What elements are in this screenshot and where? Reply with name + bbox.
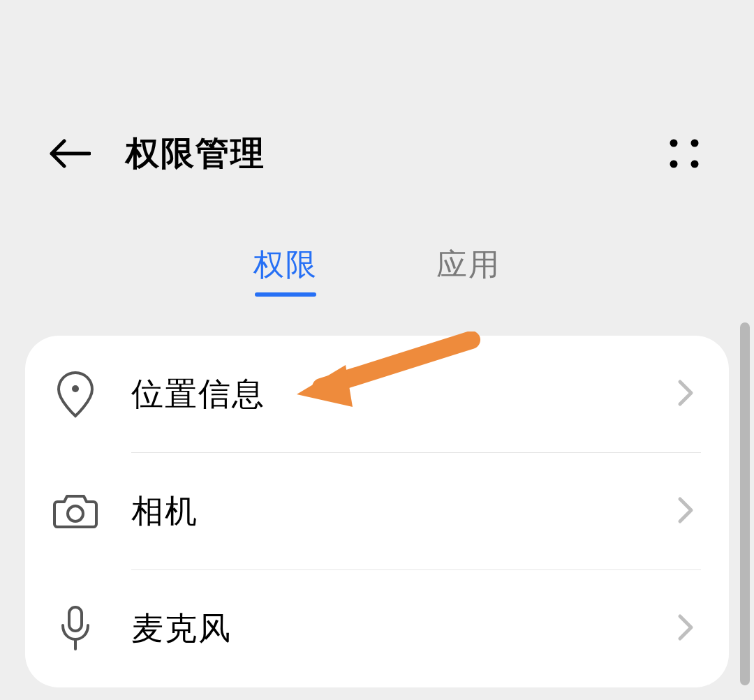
back-button[interactable] [49, 136, 91, 171]
chevron-right-icon [677, 613, 694, 644]
list-item-microphone[interactable]: 麦克风 [25, 570, 729, 687]
page-title: 权限管理 [126, 131, 265, 176]
list-item-camera[interactable]: 相机 [25, 453, 729, 570]
menu-button[interactable] [663, 133, 705, 174]
header: 权限管理 [0, 0, 754, 192]
tab-applications[interactable]: 应用 [436, 244, 501, 294]
svg-point-1 [691, 140, 699, 147]
list-item-label: 麦克风 [131, 607, 232, 650]
tabs: 权限 应用 [0, 192, 754, 336]
list-item-location[interactable]: 位置信息 [25, 336, 729, 453]
list-item-label: 位置信息 [131, 373, 265, 416]
svg-point-2 [670, 161, 678, 168]
svg-point-3 [691, 161, 699, 168]
chevron-right-icon [677, 496, 694, 527]
camera-icon [53, 489, 98, 534]
grid-dots-icon [668, 137, 700, 170]
arrow-left-icon [49, 138, 91, 169]
microphone-icon [53, 606, 98, 651]
list-item-label: 相机 [131, 490, 198, 533]
svg-point-4 [72, 385, 79, 392]
svg-point-0 [670, 140, 678, 147]
scrollbar[interactable] [740, 322, 750, 685]
location-icon [53, 372, 98, 417]
svg-point-5 [68, 506, 83, 521]
svg-rect-6 [69, 607, 82, 631]
permissions-list: 位置信息 相机 [25, 336, 729, 687]
chevron-right-icon [677, 379, 694, 410]
tab-permissions[interactable]: 权限 [253, 244, 318, 294]
